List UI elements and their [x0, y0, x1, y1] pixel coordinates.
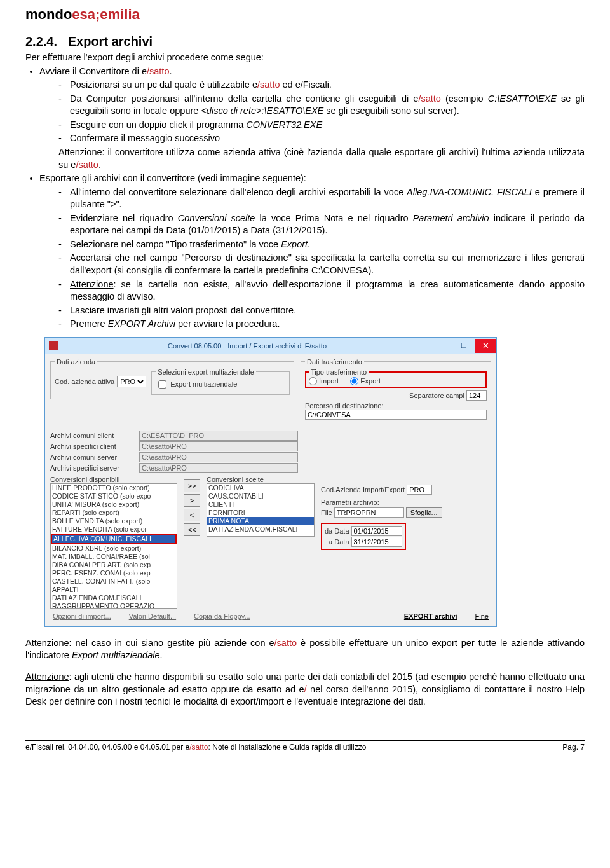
- list-item: Avviare il Convertitore di e/satto. Posi…: [39, 65, 585, 172]
- attention-helpdesk: Attenzione: agli utenti che hanno dispon…: [25, 671, 585, 708]
- ass-label: Archivi specifici server: [50, 464, 139, 472]
- bullet-list: Avviare il Convertitore di e/satto. Posi…: [39, 65, 585, 331]
- app-icon: [49, 341, 58, 350]
- brand-part2: esa;emilia: [72, 6, 139, 22]
- footer-right: Pag. 7: [562, 743, 585, 752]
- list-item: Da Computer posizionarsi all'interno del…: [58, 93, 585, 118]
- move-all-left[interactable]: <<: [184, 523, 200, 536]
- percorso-input[interactable]: [305, 410, 487, 420]
- export-multi-checkbox[interactable]: Export multiaziendale: [156, 378, 285, 390]
- date-range-box: da Data a Data: [321, 523, 406, 550]
- percorso-label: Percorso di destinazione:: [305, 402, 487, 410]
- fine-button[interactable]: Fine: [475, 612, 489, 620]
- copia-floppy-button[interactable]: Copia da Floppy...: [194, 612, 250, 620]
- separator-row: Separatore campi: [305, 390, 487, 401]
- app-window: Convert 08.05.00 - Import / Export archi…: [44, 337, 497, 627]
- acs-input: [139, 452, 298, 462]
- attention-multi: Attenzione: nel caso in cui siano gestit…: [25, 637, 585, 662]
- conv-disponibili-list[interactable]: LINEE PRODOTTO (solo export)CODICE STATI…: [50, 483, 177, 609]
- list-item: Esportare gli archivi con il convertitor…: [39, 172, 585, 331]
- move-left[interactable]: <: [184, 509, 200, 521]
- list-item: Evidenziare nel riquadro Conversioni sce…: [58, 212, 585, 237]
- asc-input: [139, 441, 298, 451]
- sfoglia-button[interactable]: Sfoglia...: [406, 507, 442, 518]
- cod-azienda-select[interactable]: PRO: [117, 376, 146, 387]
- bottom-buttons: Opzioni di import... Valori Default... C…: [50, 609, 491, 621]
- ass-input: [139, 463, 298, 473]
- list-item: Confermare il messaggio successivo: [58, 132, 585, 145]
- opzioni-import-button[interactable]: Opzioni di import...: [53, 612, 111, 620]
- list-item: All'interno del convertitore selezionare…: [58, 186, 585, 211]
- fieldset-dati-trasferimento: Dati trasferimento Tipo trasferimento Im…: [301, 358, 491, 424]
- document-page: mondoesa;emilia 2.2.4. Export archivi Pe…: [0, 0, 610, 771]
- radio-import[interactable]: Import: [309, 377, 339, 385]
- radio-export[interactable]: Export: [350, 377, 381, 385]
- fieldset-tipo-trasf: Tipo trasferimento Import Export: [305, 368, 487, 388]
- cod-ie-row: Cod.Azienda Import/Export: [321, 485, 491, 495]
- acc-input: [139, 431, 298, 441]
- a-data-input[interactable]: [351, 537, 402, 547]
- list-item: Attenzione: se la cartella non esiste, a…: [58, 279, 585, 303]
- footer-left: e/Fiscali rel. 04.04.00, 04.05.00 e 04.0…: [25, 743, 366, 752]
- list-item: Lasciare invariati gli altri valori prop…: [58, 305, 585, 317]
- cod-azienda-label: Cod. azienda attiva: [55, 378, 114, 385]
- page-footer: e/Fiscali rel. 04.04.00, 04.05.00 e 04.0…: [25, 740, 585, 752]
- file-input[interactable]: [334, 507, 404, 518]
- close-button[interactable]: ✕: [475, 339, 496, 353]
- attention-note: Attenzione: il convertitore utilizza com…: [58, 146, 585, 171]
- move-all-right[interactable]: >>: [184, 479, 200, 492]
- asc-label: Archivi specifici client: [50, 443, 139, 450]
- list-item: Accertarsi che nel campo "Percorso di de…: [58, 252, 585, 277]
- valori-default-button[interactable]: Valori Default...: [129, 612, 176, 620]
- acc-label: Archivi comuni client: [50, 432, 139, 439]
- intro-text: Per effettuare l'export degli archivi pr…: [25, 52, 585, 64]
- brand-header: mondoesa;emilia: [25, 6, 585, 23]
- titlebar: Convert 08.05.00 - Import / Export archi…: [45, 338, 496, 354]
- move-right[interactable]: >: [184, 494, 200, 507]
- minimize-button[interactable]: —: [431, 339, 453, 353]
- app-screenshot: Convert 08.05.00 - Import / Export archi…: [44, 337, 585, 627]
- list-item: Selezionare nel campo "Tipo trasferiment…: [58, 238, 585, 251]
- window-title: Convert 08.05.00 - Import / Export archi…: [63, 342, 431, 350]
- brand-part1: mondo: [25, 6, 72, 22]
- fieldset-selezioni-multi: Selezioni export multiaziendale Export m…: [151, 368, 290, 395]
- conv-scelte-list[interactable]: CODICI IVACAUS.CONTABILICLIENTIFORNITORI…: [207, 483, 315, 537]
- acs-label: Archivi comuni server: [50, 453, 139, 461]
- list-item: Eseguire con un doppio click il programm…: [58, 119, 585, 132]
- maximize-button[interactable]: ☐: [453, 339, 475, 353]
- conv-disponibili-label: Conversioni disponibili: [50, 476, 177, 483]
- da-data-input[interactable]: [351, 526, 402, 536]
- cod-ie-input[interactable]: [407, 485, 432, 495]
- list-item: Posizionarsi su un pc dal quale è utiliz…: [58, 79, 585, 92]
- fieldset-dati-azienda: Dati azienda Cod. azienda attiva PRO Sel…: [50, 358, 294, 399]
- parametri-label: Parametri archivio:: [321, 499, 491, 506]
- export-archivi-button[interactable]: EXPORT archivi: [404, 612, 458, 620]
- list-item: Premere EXPORT Archivi per avviare la pr…: [58, 318, 585, 331]
- move-buttons: >> > < <<: [184, 476, 200, 609]
- separator-input[interactable]: [466, 390, 487, 401]
- conv-scelte-label: Conversioni scelte: [207, 476, 315, 483]
- section-heading: 2.2.4. Export archivi: [25, 34, 585, 49]
